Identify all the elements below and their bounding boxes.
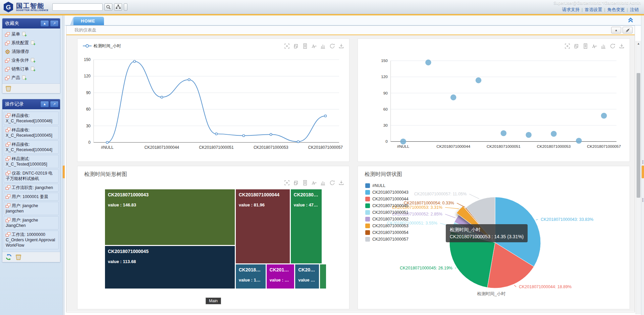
records-refresh-icon[interactable]	[5, 253, 12, 261]
download-icon[interactable]	[338, 180, 344, 186]
favorites-item[interactable]: 销售订单+	[3, 65, 59, 73]
line-data-point[interactable]	[161, 96, 163, 98]
org-chart-button[interactable]	[114, 3, 122, 11]
add-to-favorites-icon[interactable]: +	[22, 32, 26, 37]
treemap-chart[interactable]: CK2018071000043value : 146.83CK201807100…	[104, 189, 322, 289]
line-data-point[interactable]	[243, 134, 245, 136]
favorites-item[interactable]: 业务伙伴+	[3, 56, 59, 65]
bar-chart-icon[interactable]	[600, 43, 607, 49]
records-collapse-button[interactable]: ▲	[40, 101, 49, 108]
topbar-link-1[interactable]: 请求支持	[562, 7, 580, 12]
data-view-icon[interactable]	[302, 43, 308, 49]
restore-icon[interactable]	[609, 43, 616, 49]
pie-legend-item[interactable]: CK2018071000057	[365, 236, 409, 243]
scroll-up-arrow[interactable]: ▲	[636, 41, 641, 46]
zoom-reset-icon[interactable]	[293, 180, 299, 186]
treemap-cell[interactable]: CK2018071000043value : 146.83	[105, 189, 235, 245]
record-item[interactable]: 工作流: 10000000 C_Orders Urgent Approval W…	[4, 231, 59, 249]
bar-chart-icon[interactable]	[320, 180, 326, 186]
treemap-cell[interactable]: CK2018071000053value : 14.35	[267, 264, 294, 289]
dashboard-shrink-button[interactable]	[623, 27, 633, 34]
add-to-favorites-icon[interactable]: +	[22, 75, 26, 80]
area-zoom-icon[interactable]	[284, 180, 290, 186]
pie-legend-item[interactable]: #NULL	[365, 182, 409, 189]
pie-legend-item[interactable]: CK2018071000044	[365, 196, 409, 202]
treemap-cell[interactable]: CK2018071000044value : 81.96	[236, 189, 290, 264]
record-item[interactable]: 仪器: DNTC-02019 电子万能材料试验机	[4, 169, 59, 183]
scrollbar-thumb[interactable]	[637, 73, 640, 198]
toolbar-extra-button[interactable]	[124, 3, 127, 11]
line-chart-icon[interactable]	[311, 43, 317, 49]
tab-home[interactable]: HOME	[73, 17, 104, 25]
pie-legend-item[interactable]: CK2018071000051	[365, 209, 409, 216]
records-trash-icon[interactable]	[15, 254, 22, 260]
scatter-data-point[interactable]	[476, 77, 482, 83]
scatter-data-point[interactable]	[576, 138, 582, 144]
search-input[interactable]	[52, 3, 103, 11]
download-icon[interactable]	[619, 43, 625, 49]
treemap-cell[interactable]: CK2018071000045value : 113.68	[105, 246, 235, 289]
line-series-legend[interactable]: 检测时间_小时	[83, 43, 121, 49]
line-chart-icon[interactable]	[591, 43, 598, 49]
line-data-point[interactable]	[324, 115, 326, 117]
topbar-link-3[interactable]: 角色变更	[607, 7, 625, 12]
bar-chart-icon[interactable]	[320, 43, 326, 49]
zoom-reset-icon[interactable]	[573, 43, 580, 49]
line-data-point[interactable]	[297, 140, 299, 142]
pie-legend-item[interactable]: CK2018071000053	[365, 223, 409, 229]
record-item[interactable]: 样品测试: X_C_Tested[1000035]	[4, 155, 59, 168]
data-view-icon[interactable]	[302, 180, 308, 186]
record-item[interactable]: 用户: jiangche JiangChen	[4, 216, 59, 230]
record-item[interactable]: 样品接收: X_C_Received[1000044]	[4, 140, 59, 154]
pie-legend-item[interactable]: CK2018071000054	[365, 229, 409, 236]
scatter-chart[interactable]: 0306090120150#NULLCK2018071000044CK20180…	[358, 50, 630, 160]
zoom-reset-icon[interactable]	[293, 43, 299, 49]
line-data-point[interactable]	[106, 141, 108, 143]
scatter-data-point[interactable]	[450, 94, 457, 101]
pie-legend-item[interactable]: CK2018071000045	[365, 202, 409, 209]
line-chart[interactable]: 0306090120150#NULLCK2018071000044CK20180…	[77, 50, 349, 160]
pie-legend-item[interactable]: CK2018071000043	[365, 189, 409, 196]
scatter-data-point[interactable]	[500, 130, 506, 136]
favorites-item[interactable]: 系统配置+	[3, 39, 59, 47]
main-scrollbar[interactable]: ▲	[636, 41, 641, 314]
topbar-link-2[interactable]: 首选设置	[585, 7, 602, 12]
treemap-cell[interactable]: CK2018071000057value : 47.95	[291, 189, 322, 264]
restore-icon[interactable]	[329, 180, 335, 186]
collapse-all-icon[interactable]	[628, 17, 634, 23]
record-item[interactable]: 样品接收: X_C_Received[1000045]	[4, 126, 59, 139]
scatter-data-point[interactable]	[400, 139, 406, 145]
add-to-favorites-icon[interactable]: +	[31, 67, 35, 72]
favorites-item[interactable]: 清除缓存	[3, 47, 59, 56]
right-edge-splitter[interactable]: ●●● ●●●	[641, 15, 644, 315]
favorites-item[interactable]: 菜单+	[3, 30, 59, 39]
scatter-data-point[interactable]	[425, 60, 431, 66]
favorites-item[interactable]: 产品+	[3, 73, 59, 82]
dashboard-collapse-button[interactable]: ▲	[611, 27, 621, 34]
line-data-point[interactable]	[215, 133, 217, 135]
line-data-point[interactable]	[270, 133, 272, 135]
pie-legend-item[interactable]: CK2018071000052	[365, 216, 409, 223]
line-data-point[interactable]	[133, 60, 136, 62]
record-item[interactable]: 样品接收: X_C_Received[1000046]	[4, 112, 59, 125]
record-item[interactable]: 用户: jiangche jiangchen	[4, 202, 59, 215]
topbar-link-4[interactable]: 注销	[630, 7, 639, 12]
restore-icon[interactable]	[329, 43, 335, 49]
scatter-data-point[interactable]	[526, 132, 532, 138]
add-to-favorites-icon[interactable]: +	[31, 58, 35, 63]
area-zoom-icon[interactable]	[284, 43, 290, 49]
record-item[interactable]: 用户: 1000001 姜晨	[4, 193, 59, 201]
scatter-data-point[interactable]	[601, 113, 607, 119]
area-zoom-icon[interactable]	[564, 43, 571, 49]
records-expand-button[interactable]: ↗	[50, 101, 59, 108]
favorites-trash-icon[interactable]	[5, 85, 12, 92]
sidebar-splitter[interactable]	[62, 15, 65, 315]
download-icon[interactable]	[338, 43, 344, 49]
favorites-collapse-button[interactable]: ▲	[40, 20, 49, 27]
line-chart-icon[interactable]	[311, 180, 317, 186]
search-button[interactable]	[104, 3, 112, 11]
add-to-favorites-icon[interactable]: +	[31, 41, 35, 46]
right-splitter-handle[interactable]	[642, 166, 644, 178]
line-data-point[interactable]	[188, 79, 190, 81]
record-item[interactable]: 工作流职责: jiangchen	[4, 184, 59, 192]
